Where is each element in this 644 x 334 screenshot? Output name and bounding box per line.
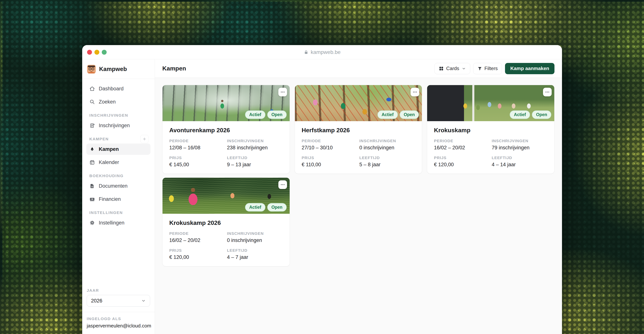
status-badge-actief: Actief (378, 110, 398, 119)
card-more-button[interactable] (278, 180, 287, 189)
sidebar-item-label: Dashboard (99, 86, 124, 92)
field-label: INSCHRIJVINGEN (492, 139, 548, 143)
sidebar-item-label: Kalender (99, 160, 119, 165)
gear-icon (89, 220, 95, 226)
field-value-periode: 27/10 – 30/10 (302, 145, 358, 151)
ellipsis-icon (545, 90, 550, 95)
status-badge-actief: Actief (510, 110, 530, 119)
logged-in-label: INGELOGD ALS (87, 317, 150, 321)
field-value-inschrijvingen: 0 inschrijvingen (359, 145, 415, 151)
sidebar-item-label: Zoeken (99, 99, 116, 105)
field-value-prijs: € 120,00 (169, 254, 225, 260)
sidebar-item-instellingen[interactable]: Instellingen (86, 217, 150, 228)
chevron-down-icon (141, 299, 146, 303)
sidebar-item-label: Kampen (99, 146, 119, 152)
sidebar-section-instellingen: INSTELLINGEN (89, 210, 148, 215)
app-name: Kampweb (99, 66, 127, 72)
sidebar: Kampweb Dashboard Zoeken INSC (82, 59, 155, 334)
camp-photo: Actief Open (162, 85, 290, 121)
minimize-window-button[interactable] (94, 50, 99, 55)
home-icon (89, 86, 95, 91)
filters-button[interactable]: Filters (473, 63, 502, 74)
field-value-periode: 12/08 – 16/08 (169, 145, 225, 151)
field-label: INSCHRIJVINGEN (227, 139, 283, 143)
cards-grid: Actief Open Avonturenkamp 2026 PERIODE12… (155, 78, 562, 334)
field-value-periode: 16/02 – 20/02 (434, 145, 490, 151)
view-mode-button[interactable]: Cards (434, 63, 470, 74)
calendar-icon (89, 160, 95, 165)
field-value-leeftijd: 4 – 14 jaar (492, 162, 548, 167)
create-kamp-label: Kamp aanmaken (510, 66, 549, 71)
url-text: kampweb.be (311, 49, 340, 55)
grid-icon (439, 66, 444, 71)
add-kamp-button[interactable] (140, 135, 148, 143)
zoom-window-button[interactable] (102, 50, 107, 55)
filters-label: Filters (484, 66, 498, 71)
kamp-title: Krokuskamp 2026 (169, 219, 283, 226)
sidebar-section-inschrijvingen: INSCHRIJVINGEN (89, 113, 148, 118)
create-kamp-button[interactable]: Kamp aanmaken (505, 63, 554, 74)
camp-photo: Actief Open (295, 85, 422, 121)
sidebar-item-kampen[interactable]: Kampen (86, 144, 150, 155)
sidebar-item-documenten[interactable]: Documenten (86, 180, 150, 192)
field-value-leeftijd: 4 – 7 jaar (227, 254, 283, 260)
field-value-inschrijvingen: 79 inschrijvingen (492, 145, 548, 151)
sidebar-footer: JAAR 2026 INGELOGD ALS jaspervermeulen@i… (82, 288, 154, 334)
card-more-button[interactable] (543, 88, 552, 96)
kamp-card[interactable]: Actief Open Krokuskamp PERIODE16/02 – 20… (427, 85, 554, 174)
field-label: PERIODE (434, 139, 490, 143)
plus-icon (142, 137, 146, 141)
flame-icon (89, 146, 95, 152)
kamp-card[interactable]: Actief Open Krokuskamp 2026 PERIODE16/02… (162, 177, 290, 266)
sidebar-nav: Dashboard Zoeken INSCHRIJVINGEN Insc (82, 79, 154, 228)
field-label: LEEFTIJD (227, 248, 283, 253)
section-label: KAMPEN (89, 137, 109, 141)
sidebar-item-dashboard[interactable]: Dashboard (86, 83, 150, 94)
kamp-card[interactable]: Actief Open Herfstkamp 2026 PERIODE27/10… (295, 85, 422, 174)
sidebar-item-inschrijvingen[interactable]: Inschrijvingen (86, 120, 150, 131)
field-label: PERIODE (169, 139, 225, 143)
browser-window: kampweb.be (82, 45, 562, 334)
main-area: Kampen Cards (155, 59, 562, 334)
section-label: INSCHRIJVINGEN (89, 113, 128, 118)
sidebar-item-kalender[interactable]: Kalender (86, 157, 150, 168)
ellipsis-icon (280, 182, 285, 187)
section-label: BOEKHOUDING (89, 173, 124, 178)
clipboard-icon (89, 123, 95, 128)
banknote-icon (89, 196, 95, 202)
sidebar-item-label: Documenten (99, 183, 128, 189)
field-label: LEEFTIJD (359, 156, 415, 160)
close-window-button[interactable] (87, 50, 92, 55)
year-label: JAAR (87, 288, 150, 293)
search-icon (89, 99, 95, 105)
window-controls (87, 50, 107, 55)
lock-icon (304, 50, 308, 55)
browser-titlebar: kampweb.be (82, 45, 562, 59)
section-label: INSTELLINGEN (89, 210, 123, 215)
field-label: INSCHRIJVINGEN (359, 139, 415, 143)
sidebar-item-financien[interactable]: Financien (86, 193, 150, 205)
field-value-prijs: € 120,00 (434, 162, 490, 167)
sidebar-item-zoeken[interactable]: Zoeken (86, 96, 150, 107)
card-more-button[interactable] (278, 88, 287, 96)
camp-photo: Actief Open (162, 178, 290, 214)
status-badge-actief: Actief (245, 110, 266, 119)
field-value-inschrijvingen: 238 inschrijvingen (227, 145, 283, 151)
logged-in-email: jaspervermeulen@icloud.com (87, 323, 150, 329)
year-select[interactable]: 2026 (87, 295, 150, 307)
sidebar-item-label: Financien (99, 196, 121, 202)
address-bar[interactable]: kampweb.be (304, 49, 340, 55)
field-value-leeftijd: 5 – 8 jaar (359, 162, 415, 167)
page-title: Kampen (162, 65, 186, 72)
field-label: LEEFTIJD (227, 156, 283, 160)
field-label: PRIJS (434, 156, 490, 160)
kamp-card[interactable]: Actief Open Avonturenkamp 2026 PERIODE12… (162, 85, 290, 174)
app-logo[interactable]: Kampweb (82, 59, 154, 79)
view-mode-label: Cards (446, 66, 459, 71)
card-more-button[interactable] (410, 88, 419, 96)
field-value-inschrijvingen: 0 inschrijvingen (227, 237, 283, 243)
field-label: INSCHRIJVINGEN (227, 231, 283, 236)
filter-icon (478, 66, 482, 71)
page-header: Kampen Cards (155, 59, 562, 78)
status-badge-open: Open (267, 203, 287, 211)
